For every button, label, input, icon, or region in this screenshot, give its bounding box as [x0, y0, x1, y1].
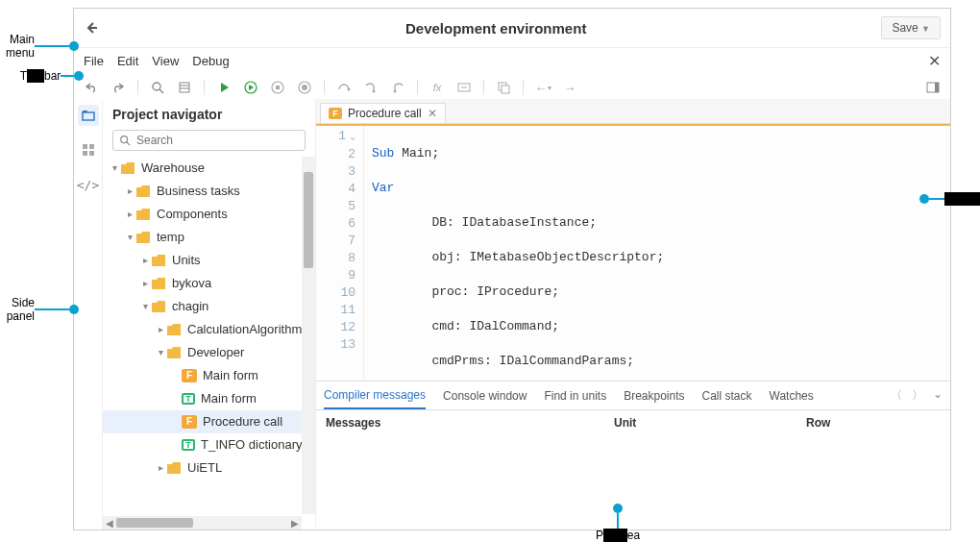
save-button[interactable]: Save ▼ [881, 16, 941, 39]
callout-debug-area: Debug [919, 192, 980, 206]
panel-collapse-icon[interactable]: ⌄ [933, 387, 943, 404]
main-menu: File Edit View Debug ✕ [74, 48, 950, 76]
sidetab-code-icon[interactable]: </> [78, 174, 99, 195]
svg-point-9 [394, 90, 397, 93]
tree-item-warehouse[interactable]: ▾Warehouse [103, 157, 315, 180]
editor-area: F Procedure call ✕ 1⌄ 234 567 8910 11121… [316, 99, 950, 530]
toolbar-separator [204, 80, 205, 95]
stop-icon[interactable] [270, 80, 285, 95]
panel-tab-breakpoints[interactable]: Breakpoints [624, 383, 684, 408]
col-row: Row [806, 416, 941, 430]
search-icon[interactable] [150, 80, 165, 95]
nav-back-icon[interactable]: ← ▾ [535, 80, 551, 95]
back-arrow-icon[interactable] [84, 20, 99, 36]
tree-label: UiETL [187, 456, 222, 480]
run-icon[interactable] [216, 80, 232, 95]
col-unit: Unit [614, 416, 806, 430]
callout-panel-area: Panelea [596, 504, 640, 542]
tree-label: Business tasks [157, 180, 240, 203]
step-out-icon[interactable] [390, 80, 405, 95]
menu-view[interactable]: View [152, 54, 179, 68]
tree-item-t-info[interactable]: TT_INFO dictionary [103, 433, 315, 456]
panel-columns: Messages Unit Row [316, 410, 950, 435]
panel-tab-compiler[interactable]: Compiler messages [324, 382, 426, 409]
form-icon: F [329, 108, 342, 119]
panel-tab-watches[interactable]: Watches [770, 383, 814, 408]
title-bar: Development environment Save ▼ [74, 9, 950, 48]
callout-main-menu: Main menu [0, 33, 79, 60]
copy-icon[interactable] [496, 80, 511, 95]
tree-label: bykova [172, 272, 211, 295]
list-icon[interactable] [177, 80, 192, 95]
tree-label: Procedure call [203, 410, 282, 433]
toolbar-separator [137, 80, 138, 95]
tab-label: Procedure call [348, 107, 422, 120]
run-alt-icon[interactable] [243, 80, 258, 95]
project-navigator: Project navigator ▾Warehouse ▸Business t… [103, 99, 316, 530]
col-messages: Messages [326, 416, 614, 430]
sidetab-project-icon[interactable] [78, 105, 99, 126]
panel-nav-next-icon[interactable]: 〉 [912, 387, 923, 404]
callout-side-panel: Side panel [0, 296, 79, 323]
save-label: Save [892, 21, 918, 35]
panel-toggle-icon[interactable] [925, 80, 941, 95]
undo-icon[interactable] [84, 80, 99, 95]
tree-label: Developer [187, 341, 244, 364]
menu-debug[interactable]: Debug [192, 54, 229, 68]
panel-tab-find[interactable]: Find in units [544, 383, 606, 408]
tree-item-calc-alg[interactable]: ▸CalculationAlgorithm [103, 318, 315, 341]
redo-icon[interactable] [110, 80, 126, 95]
panel-tab-callstack[interactable]: Call stack [702, 383, 752, 408]
search-input[interactable] [136, 134, 299, 147]
svg-rect-19 [89, 151, 94, 156]
window-title: Development environment [110, 20, 881, 37]
svg-rect-1 [180, 83, 189, 92]
nav-forward-icon[interactable]: → [562, 80, 577, 95]
tree-item-procedure-call[interactable]: FProcedure call [103, 410, 315, 433]
code-lines[interactable]: Sub Main; Var DB: IDatabaseInstance; obj… [364, 126, 950, 381]
record-icon[interactable] [297, 80, 312, 95]
svg-point-20 [121, 136, 128, 143]
tab-close-icon[interactable]: ✕ [428, 107, 437, 120]
svg-rect-4 [276, 86, 280, 89]
fx-icon[interactable]: fx [429, 80, 445, 95]
toolbar-separator [417, 80, 418, 95]
step-into-icon[interactable] [363, 80, 379, 95]
tree-item-components[interactable]: ▸Components [103, 203, 315, 226]
panel-nav-prev-icon[interactable]: 〈 [891, 387, 902, 404]
editor-tab-procedure-call[interactable]: F Procedure call ✕ [320, 103, 446, 123]
chevron-down-icon: ▼ [921, 24, 930, 34]
tree-item-chagin[interactable]: ▾chagin [103, 295, 315, 318]
tree-label: T_INFO dictionary [201, 433, 302, 456]
code-editor[interactable]: 1⌄ 234 567 8910 111213 Sub Main; Var DB:… [316, 124, 950, 381]
toolbar: fx ← ▾ → [74, 76, 950, 99]
tree-item-uietl[interactable]: ▸UiETL [103, 456, 315, 480]
svg-rect-17 [89, 144, 94, 149]
navigator-vertical-scrollbar[interactable] [302, 157, 315, 514]
tree-item-developer[interactable]: ▾Developer [103, 341, 315, 364]
tree-item-main-form-f[interactable]: FMain form [103, 364, 315, 387]
sidetab-grid-icon[interactable] [78, 139, 99, 160]
svg-rect-15 [83, 112, 94, 120]
navigator-horizontal-scrollbar[interactable]: ◀▶ [103, 516, 302, 530]
step-over-icon[interactable] [336, 80, 352, 95]
svg-rect-18 [83, 151, 87, 156]
tree-item-bykova[interactable]: ▸bykova [103, 272, 315, 295]
close-icon[interactable]: ✕ [928, 52, 941, 70]
tree-item-main-form-t[interactable]: TMain form [103, 387, 315, 410]
menu-edit[interactable]: Edit [117, 54, 138, 68]
svg-rect-12 [502, 86, 509, 93]
search-input-wrapper[interactable] [112, 130, 306, 151]
tree-label: chagin [172, 295, 208, 318]
tree-label: Units [172, 249, 201, 272]
line-gutter: 1⌄ 234 567 8910 111213 [316, 126, 364, 381]
panel-tab-console[interactable]: Console window [443, 383, 527, 408]
panel-tab-bar: Compiler messages Console window Find in… [316, 382, 950, 410]
evaluate-icon[interactable] [456, 80, 472, 95]
tree-item-business-tasks[interactable]: ▸Business tasks [103, 180, 315, 203]
tree-item-temp[interactable]: ▾temp [103, 226, 315, 249]
toolbar-separator [523, 80, 524, 95]
menu-file[interactable]: File [84, 54, 104, 68]
svg-rect-14 [935, 83, 939, 92]
tree-item-units[interactable]: ▸Units [103, 249, 315, 272]
